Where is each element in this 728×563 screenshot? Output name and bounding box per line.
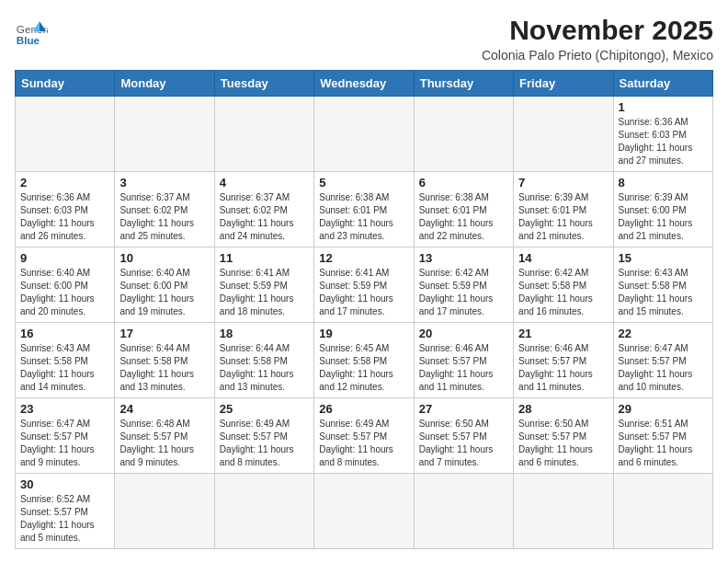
day-info: Sunrise: 6:43 AM Sunset: 5:58 PM Dayligh… (20, 342, 109, 394)
day-number: 29 (619, 402, 708, 416)
day-info: Sunrise: 6:45 AM Sunset: 5:58 PM Dayligh… (319, 342, 408, 394)
day-info: Sunrise: 6:42 AM Sunset: 5:58 PM Dayligh… (518, 267, 608, 318)
calendar-cell-5-6 (613, 474, 712, 549)
day-info: Sunrise: 6:40 AM Sunset: 6:00 PM Dayligh… (119, 267, 209, 318)
day-number: 25 (220, 402, 309, 416)
calendar-cell-5-4 (414, 474, 513, 549)
calendar-cell-2-5: 14Sunrise: 6:42 AM Sunset: 5:58 PM Dayli… (514, 247, 613, 323)
calendar-cell-3-5: 21Sunrise: 6:46 AM Sunset: 5:57 PM Dayli… (514, 323, 613, 398)
calendar-cell-2-6: 15Sunrise: 6:43 AM Sunset: 5:58 PM Dayli… (613, 247, 712, 323)
day-number: 26 (319, 402, 408, 416)
day-info: Sunrise: 6:43 AM Sunset: 5:58 PM Dayligh… (619, 267, 708, 318)
day-info: Sunrise: 6:37 AM Sunset: 6:02 PM Dayligh… (220, 191, 309, 243)
day-number: 1 (619, 100, 708, 114)
calendar-header-row: SundayMondayTuesdayWednesdayThursdayFrid… (16, 71, 713, 97)
day-number: 21 (518, 327, 608, 340)
calendar-cell-5-5 (514, 474, 613, 549)
calendar-cell-3-6: 22Sunrise: 6:47 AM Sunset: 5:57 PM Dayli… (613, 323, 712, 398)
day-number: 30 (20, 477, 109, 491)
day-info: Sunrise: 6:36 AM Sunset: 6:03 PM Dayligh… (20, 191, 109, 243)
calendar-cell-5-3 (314, 474, 414, 549)
day-info: Sunrise: 6:47 AM Sunset: 5:57 PM Dayligh… (20, 418, 109, 469)
calendar-cell-5-2 (214, 474, 313, 549)
column-header-monday: Monday (115, 71, 214, 97)
calendar-cell-3-0: 16Sunrise: 6:43 AM Sunset: 5:58 PM Dayli… (16, 323, 115, 398)
day-info: Sunrise: 6:47 AM Sunset: 5:57 PM Dayligh… (619, 342, 708, 394)
calendar-cell-1-3: 5Sunrise: 6:38 AM Sunset: 6:01 PM Daylig… (314, 172, 414, 247)
day-number: 10 (119, 251, 209, 265)
calendar-cell-2-3: 12Sunrise: 6:41 AM Sunset: 5:59 PM Dayli… (314, 247, 414, 323)
calendar-cell-4-4: 27Sunrise: 6:50 AM Sunset: 5:57 PM Dayli… (414, 398, 513, 474)
calendar-cell-2-4: 13Sunrise: 6:42 AM Sunset: 5:59 PM Dayli… (414, 247, 513, 323)
day-number: 13 (419, 251, 508, 265)
calendar-cell-0-1 (115, 97, 214, 172)
day-info: Sunrise: 6:52 AM Sunset: 5:57 PM Dayligh… (20, 493, 109, 545)
calendar-cell-4-2: 25Sunrise: 6:49 AM Sunset: 5:57 PM Dayli… (214, 398, 313, 474)
logo-icon: General Blue (15, 15, 48, 48)
calendar-week-5: 30Sunrise: 6:52 AM Sunset: 5:57 PM Dayli… (16, 474, 713, 549)
page-header: General Blue November 2025 Colonia Palo … (15, 15, 713, 63)
calendar-cell-1-0: 2Sunrise: 6:36 AM Sunset: 6:03 PM Daylig… (16, 172, 115, 247)
calendar-week-3: 16Sunrise: 6:43 AM Sunset: 5:58 PM Dayli… (16, 323, 713, 398)
calendar-cell-4-3: 26Sunrise: 6:49 AM Sunset: 5:57 PM Dayli… (314, 398, 414, 474)
calendar-cell-0-0 (16, 97, 115, 172)
calendar-cell-3-2: 18Sunrise: 6:44 AM Sunset: 5:58 PM Dayli… (214, 323, 313, 398)
day-info: Sunrise: 6:46 AM Sunset: 5:57 PM Dayligh… (518, 342, 608, 394)
calendar-cell-1-2: 4Sunrise: 6:37 AM Sunset: 6:02 PM Daylig… (214, 172, 313, 247)
column-header-friday: Friday (514, 71, 613, 97)
column-header-thursday: Thursday (414, 71, 513, 97)
calendar-cell-1-5: 7Sunrise: 6:39 AM Sunset: 6:01 PM Daylig… (514, 172, 613, 247)
day-info: Sunrise: 6:41 AM Sunset: 5:59 PM Dayligh… (319, 267, 408, 318)
calendar-week-4: 23Sunrise: 6:47 AM Sunset: 5:57 PM Dayli… (16, 398, 713, 474)
day-number: 12 (319, 251, 408, 265)
calendar-cell-0-2 (214, 97, 313, 172)
day-number: 23 (20, 402, 109, 416)
svg-text:Blue: Blue (17, 34, 40, 46)
calendar-cell-3-3: 19Sunrise: 6:45 AM Sunset: 5:58 PM Dayli… (314, 323, 414, 398)
day-number: 3 (119, 176, 209, 190)
day-number: 8 (619, 176, 708, 190)
day-info: Sunrise: 6:37 AM Sunset: 6:02 PM Dayligh… (119, 191, 209, 243)
calendar-cell-3-1: 17Sunrise: 6:44 AM Sunset: 5:58 PM Dayli… (115, 323, 214, 398)
location: Colonia Palo Prieto (Chipitongo), Mexico (482, 48, 713, 63)
day-info: Sunrise: 6:40 AM Sunset: 6:00 PM Dayligh… (20, 267, 109, 318)
day-number: 22 (619, 327, 708, 340)
calendar-cell-2-0: 9Sunrise: 6:40 AM Sunset: 6:00 PM Daylig… (16, 247, 115, 323)
day-info: Sunrise: 6:36 AM Sunset: 6:03 PM Dayligh… (619, 116, 708, 167)
day-number: 15 (619, 251, 708, 265)
day-number: 28 (518, 402, 608, 416)
calendar-week-1: 2Sunrise: 6:36 AM Sunset: 6:03 PM Daylig… (16, 172, 713, 247)
calendar-cell-4-5: 28Sunrise: 6:50 AM Sunset: 5:57 PM Dayli… (514, 398, 613, 474)
calendar-week-0: 1Sunrise: 6:36 AM Sunset: 6:03 PM Daylig… (16, 97, 713, 172)
calendar-week-2: 9Sunrise: 6:40 AM Sunset: 6:00 PM Daylig… (16, 247, 713, 323)
day-info: Sunrise: 6:51 AM Sunset: 5:57 PM Dayligh… (619, 418, 708, 469)
month-year: November 2025 (482, 15, 713, 46)
day-number: 5 (319, 176, 408, 190)
day-info: Sunrise: 6:39 AM Sunset: 6:01 PM Dayligh… (518, 191, 608, 243)
calendar-cell-4-6: 29Sunrise: 6:51 AM Sunset: 5:57 PM Dayli… (613, 398, 712, 474)
calendar-cell-0-3 (314, 97, 414, 172)
day-number: 14 (518, 251, 608, 265)
day-info: Sunrise: 6:44 AM Sunset: 5:58 PM Dayligh… (220, 342, 309, 394)
day-info: Sunrise: 6:42 AM Sunset: 5:59 PM Dayligh… (419, 267, 508, 318)
day-info: Sunrise: 6:49 AM Sunset: 5:57 PM Dayligh… (220, 418, 309, 469)
calendar-cell-1-6: 8Sunrise: 6:39 AM Sunset: 6:00 PM Daylig… (613, 172, 712, 247)
day-number: 19 (319, 327, 408, 340)
column-header-sunday: Sunday (16, 71, 115, 97)
day-number: 20 (419, 327, 508, 340)
column-header-wednesday: Wednesday (314, 71, 414, 97)
calendar-cell-1-4: 6Sunrise: 6:38 AM Sunset: 6:01 PM Daylig… (414, 172, 513, 247)
day-number: 6 (419, 176, 508, 190)
day-info: Sunrise: 6:39 AM Sunset: 6:00 PM Dayligh… (619, 191, 708, 243)
day-number: 18 (220, 327, 309, 340)
calendar-cell-0-6: 1Sunrise: 6:36 AM Sunset: 6:03 PM Daylig… (613, 97, 712, 172)
day-info: Sunrise: 6:48 AM Sunset: 5:57 PM Dayligh… (119, 418, 209, 469)
day-info: Sunrise: 6:44 AM Sunset: 5:58 PM Dayligh… (119, 342, 209, 394)
day-number: 7 (518, 176, 608, 190)
day-info: Sunrise: 6:38 AM Sunset: 6:01 PM Dayligh… (319, 191, 408, 243)
day-number: 24 (119, 402, 209, 416)
calendar-cell-3-4: 20Sunrise: 6:46 AM Sunset: 5:57 PM Dayli… (414, 323, 513, 398)
logo: General Blue (15, 15, 48, 48)
calendar-cell-0-4 (414, 97, 513, 172)
calendar-cell-1-1: 3Sunrise: 6:37 AM Sunset: 6:02 PM Daylig… (115, 172, 214, 247)
